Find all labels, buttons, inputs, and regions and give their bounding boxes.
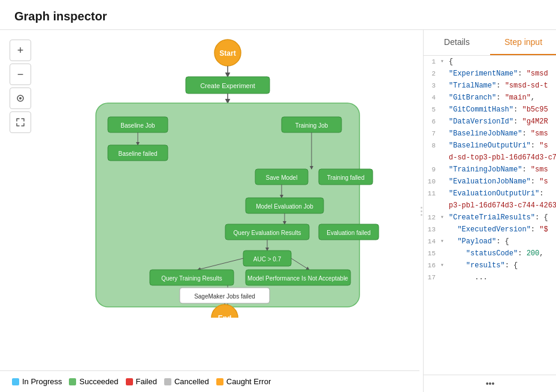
zoom-out-button[interactable]: − — [10, 64, 31, 85]
caught-error-dot — [216, 378, 223, 385]
legend-failed: Failed — [126, 377, 157, 386]
svg-text:Create Experiment: Create Experiment — [200, 82, 255, 89]
code-line-8b: d-sd-top3-pbl-16d674d3-c7 — [424, 152, 556, 164]
svg-text:End: End — [218, 314, 232, 318]
succeeded-label: Succeeded — [79, 377, 118, 386]
svg-text:Baseline failed: Baseline failed — [118, 150, 157, 157]
title-bar: Graph inspector — [0, 0, 556, 30]
right-panel: Details Step input 1 ▾ { 2 "ExperimentNa… — [423, 30, 556, 392]
failed-label: Failed — [136, 377, 157, 386]
zoom-in-button[interactable]: + — [10, 40, 31, 61]
code-line-3: 3 "TrialName": "smsd-sd-t — [424, 80, 556, 92]
in-progress-label: In Progress — [22, 377, 62, 386]
code-line-8: 8 "BaselineOutputUri": "s — [424, 140, 556, 152]
code-line-13: 13 "ExecutedVersion": "$ — [424, 224, 556, 236]
code-line-17: 17 ... — [424, 272, 556, 284]
tabs-bar: Details Step input — [424, 30, 556, 56]
legend-cancelled: Cancelled — [164, 377, 209, 386]
caught-error-label: Caught Error — [226, 377, 271, 386]
bottom-more-options[interactable]: ••• — [424, 375, 556, 392]
svg-text:Evaluation failed: Evaluation failed — [327, 230, 370, 236]
app-container: Graph inspector + − — [0, 0, 556, 392]
svg-point-1 — [19, 97, 22, 99]
code-line-4: 4 "GitBranch": "main", — [424, 92, 556, 104]
main-content: + − Start — [0, 30, 556, 392]
code-line-16: 16 ▾ "results": { — [424, 260, 556, 272]
expand-icon — [16, 117, 25, 127]
code-line-7: 7 "BaselineJobName": "sms — [424, 128, 556, 140]
code-editor[interactable]: 1 ▾ { 2 "ExperimentName": "smsd 3 "Trial… — [424, 56, 556, 375]
graph-area[interactable]: Start Create Experiment Baseline Job — [0, 30, 419, 370]
svg-text:Query Training Results: Query Training Results — [161, 275, 222, 282]
code-line-12: 12 ▾ "CreateTrialResults": { — [424, 212, 556, 224]
graph-panel: + − Start — [0, 30, 419, 392]
ellipsis-icon: ••• — [486, 379, 495, 388]
svg-text:Query Evaluation Results: Query Evaluation Results — [234, 230, 301, 236]
code-line-5: 5 "GitCommitHash": "b5c95 — [424, 104, 556, 116]
svg-text:AUC > 0.7: AUC > 0.7 — [253, 256, 282, 263]
svg-text:Training falled: Training falled — [327, 174, 364, 181]
fullscreen-button[interactable] — [10, 111, 31, 133]
code-line-9: 9 "TrainingJobName": "sms — [424, 164, 556, 176]
code-line-10: 10 "EvaluationJobName": "s — [424, 176, 556, 188]
target-icon — [16, 94, 25, 103]
toolbar: + − — [10, 40, 31, 133]
tab-details[interactable]: Details — [424, 30, 490, 55]
code-line-15: 15 "statusCode": 200, — [424, 248, 556, 260]
code-line-11b: p3-pbl-16d674d3-c744-4263 — [424, 200, 556, 212]
legend-succeeded: Succeeded — [69, 377, 118, 386]
code-line-6: 6 "DataVersionId": "g4M2R — [424, 116, 556, 128]
failed-dot — [126, 378, 133, 385]
page-title: Graph inspector — [14, 10, 542, 23]
svg-text:Baseline Job: Baseline Job — [120, 122, 155, 129]
cancelled-label: Cancelled — [174, 377, 209, 386]
svg-text:Training Job: Training Job — [295, 122, 328, 129]
legend: In Progress Succeeded Failed Cancelled C… — [0, 370, 419, 392]
cancelled-dot — [164, 378, 171, 385]
legend-caught-error: Caught Error — [216, 377, 271, 386]
in-progress-dot — [12, 378, 19, 385]
svg-text:Model Evaluation Job: Model Evaluation Job — [256, 203, 313, 210]
svg-text:Save Model: Save Model — [266, 174, 298, 181]
code-line-2: 2 "ExperimentName": "smsd — [424, 68, 556, 80]
flow-graph: Start Create Experiment Baseline Job — [42, 36, 413, 318]
succeeded-dot — [69, 378, 76, 385]
code-line-14: 14 ▾ "Payload": { — [424, 236, 556, 248]
svg-text:Start: Start — [219, 49, 235, 58]
legend-in-progress: In Progress — [12, 377, 62, 386]
svg-text:Model Performance Is Not Accep: Model Performance Is Not Acceptable — [247, 275, 348, 282]
fit-button[interactable] — [10, 88, 31, 109]
code-line-1: 1 ▾ { — [424, 56, 556, 68]
svg-text:SageMaker Jobs failed: SageMaker Jobs failed — [194, 293, 255, 300]
tab-step-input[interactable]: Step input — [490, 30, 556, 55]
code-line-11: 11 "EvaluationOutputUri": — [424, 188, 556, 200]
